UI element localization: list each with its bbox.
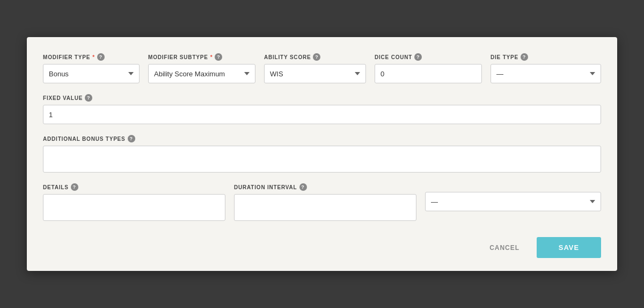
dice-count-input[interactable] xyxy=(375,64,482,83)
modal-container: MODIFIER TYPE * ? Bonus Penalty Set MODI… xyxy=(27,37,617,271)
duration-select-group: — Rounds Minutes Hours Days xyxy=(425,192,601,211)
bottom-actions: CANCEL SAVE xyxy=(43,237,601,258)
modifier-type-label: MODIFIER TYPE * ? xyxy=(43,53,140,61)
modifier-type-required: * xyxy=(92,54,95,60)
row-additional-bonus: ADDITIONAL BONUS TYPES ? xyxy=(43,135,601,173)
fixed-value-help-icon[interactable]: ? xyxy=(85,94,92,102)
modifier-type-select[interactable]: Bonus Penalty Set xyxy=(43,64,140,83)
row-details-duration: DETAILS ? DURATION INTERVAL ? — Rounds M… xyxy=(43,183,601,221)
duration-interval-help-icon[interactable]: ? xyxy=(299,183,307,191)
details-help-icon[interactable]: ? xyxy=(71,183,78,191)
cancel-button[interactable]: CANCEL xyxy=(481,239,528,257)
save-button[interactable]: SAVE xyxy=(537,237,601,258)
row-fixed-value: FIXED VALUE ? xyxy=(43,94,601,124)
duration-type-select[interactable]: — Rounds Minutes Hours Days xyxy=(425,192,601,211)
row-1: MODIFIER TYPE * ? Bonus Penalty Set MODI… xyxy=(43,53,601,83)
die-type-select[interactable]: — d4 d6 d8 d10 d12 d20 xyxy=(491,64,601,83)
modifier-type-group: MODIFIER TYPE * ? Bonus Penalty Set xyxy=(43,53,140,83)
dice-count-label: DICE COUNT ? xyxy=(375,53,482,61)
details-group: DETAILS ? xyxy=(43,183,225,221)
additional-bonus-help-icon[interactable]: ? xyxy=(128,135,135,142)
fixed-value-label: FIXED VALUE ? xyxy=(43,94,601,102)
ability-score-help-icon[interactable]: ? xyxy=(313,53,320,61)
details-label: DETAILS ? xyxy=(43,183,225,191)
additional-bonus-label: ADDITIONAL BONUS TYPES ? xyxy=(43,135,601,142)
ability-score-select[interactable]: WIS STR DEX CON INT CHA xyxy=(264,64,366,83)
duration-interval-label: DURATION INTERVAL ? xyxy=(234,183,416,191)
duration-interval-input[interactable] xyxy=(234,194,416,221)
fixed-value-input[interactable] xyxy=(43,105,601,124)
dice-count-help-icon[interactable]: ? xyxy=(414,53,422,61)
dice-count-group: DICE COUNT ? xyxy=(375,53,482,83)
die-type-help-icon[interactable]: ? xyxy=(521,53,528,61)
modifier-type-help-icon[interactable]: ? xyxy=(97,53,105,61)
modifier-subtype-group: MODIFIER SUBTYPE * ? Ability Score Maxim… xyxy=(148,53,255,83)
die-type-group: DIE TYPE ? — d4 d6 d8 d10 d12 d20 xyxy=(491,53,601,83)
modifier-subtype-required: * xyxy=(210,54,213,60)
fixed-value-group: FIXED VALUE ? xyxy=(43,94,601,124)
ability-score-group: ABILITY SCORE ? WIS STR DEX CON INT CHA xyxy=(264,53,366,83)
duration-interval-group: DURATION INTERVAL ? xyxy=(234,183,416,221)
additional-bonus-group: ADDITIONAL BONUS TYPES ? xyxy=(43,135,601,173)
additional-bonus-input[interactable] xyxy=(43,146,601,173)
die-type-label: DIE TYPE ? xyxy=(491,53,601,61)
modifier-subtype-select[interactable]: Ability Score Maximum Ability Score AC A… xyxy=(148,64,255,83)
ability-score-label: ABILITY SCORE ? xyxy=(264,53,366,61)
modifier-subtype-label: MODIFIER SUBTYPE * ? xyxy=(148,53,255,61)
details-input[interactable] xyxy=(43,194,225,221)
modifier-subtype-help-icon[interactable]: ? xyxy=(215,53,222,61)
